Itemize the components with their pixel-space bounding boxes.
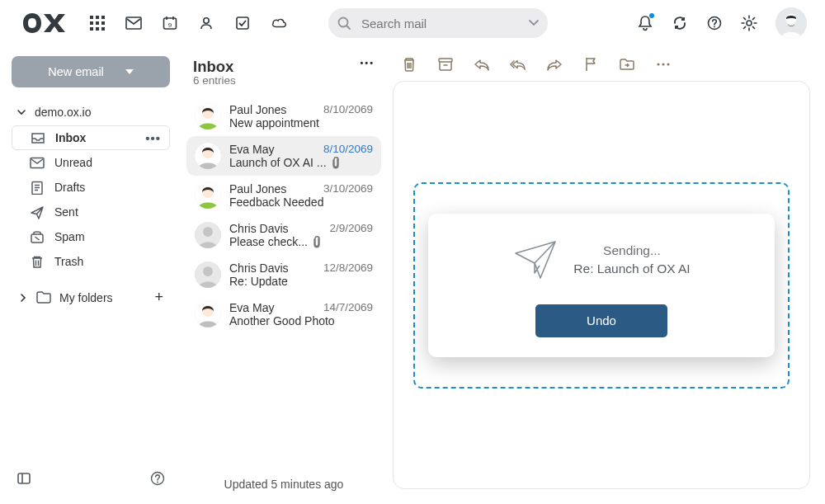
chevron-down-icon [16,107,26,117]
folder-sent[interactable]: Sent [12,200,170,224]
folder-label: Trash [54,255,83,268]
flag-icon[interactable] [582,56,599,73]
svg-rect-15 [237,17,248,29]
inbox-icon [31,130,45,145]
search-bar[interactable] [328,8,548,38]
mail-sender: Eva May [229,301,274,314]
list-more-button[interactable]: ••• [360,58,375,68]
mail-item[interactable]: Eva May 14/7/2069 Another Good Photo [186,294,381,334]
folder-trash[interactable]: Trash [12,249,170,274]
mail-item[interactable]: Chris Davis 2/9/2069 Please check... [186,215,381,255]
mail-icon[interactable] [125,15,142,31]
forward-icon[interactable] [546,56,563,73]
help-icon[interactable] [706,15,723,31]
collapse-sidebar-icon[interactable] [16,471,31,486]
sending-card: Sending... Re: Launch of OX AI Undo [428,214,775,357]
avatar [195,182,221,209]
svg-point-16 [339,18,348,27]
svg-point-20 [747,21,752,26]
topbar: 9 [0,0,825,46]
mail-item[interactable]: Paul Jones 8/10/2069 New appointment [186,97,381,136]
attachment-icon [332,156,340,169]
my-folders-label: My folders [59,291,113,304]
new-email-button[interactable]: New email [12,56,170,87]
chevron-down-icon [125,69,134,74]
gear-icon[interactable] [741,15,757,31]
mail-item[interactable]: Paul Jones 3/10/2069 Feedback Needed [186,176,381,215]
trash-icon [30,254,45,269]
topnav: 9 [89,15,287,31]
account-header[interactable]: demo.ox.io [12,102,170,122]
mail-date: 8/10/2069 [323,103,373,116]
svg-rect-6 [90,27,93,31]
mail-sender: Paul Jones [229,103,286,116]
folder-drafts[interactable]: Drafts [12,175,170,200]
svg-line-17 [347,26,351,30]
sidebar: New email demo.ox.io Inbox ••• Unread Dr… [0,46,180,504]
send-icon [30,205,45,219]
my-folders-row[interactable]: My folders + [12,285,170,309]
more-icon[interactable] [655,56,672,73]
logo[interactable] [21,12,71,34]
folder-icon [36,291,51,304]
undo-button[interactable]: Undo [535,304,667,337]
search-input[interactable] [360,16,520,31]
folder-more-icon[interactable]: ••• [145,131,161,145]
account-label: demo.ox.io [35,106,91,119]
help-icon[interactable] [150,471,165,486]
svg-point-46 [662,63,664,65]
list-title: Inbox [193,58,236,76]
reply-icon[interactable] [474,56,490,73]
mail-subject: Launch of OX AI ... [229,156,327,169]
svg-point-19 [714,26,715,28]
delete-icon[interactable] [401,56,417,73]
user-avatar[interactable] [776,7,807,39]
svg-point-22 [786,14,797,25]
bell-icon[interactable] [637,15,653,31]
search-icon [337,16,351,31]
list-footer: Updated 5 minutes ago [186,468,381,504]
archive-icon[interactable] [437,56,454,73]
svg-rect-5 [101,21,105,25]
svg-point-47 [667,63,669,65]
mail-subject: Feedback Needed [229,195,323,209]
refresh-icon[interactable] [672,15,688,31]
notification-dot [649,13,654,18]
apps-icon[interactable] [89,15,106,31]
folder-unread[interactable]: Unread [12,150,170,175]
paper-plane-icon [512,238,559,281]
svg-rect-1 [96,16,99,19]
svg-point-14 [204,18,209,23]
attachment-icon [313,235,321,248]
mail-subject: New appointment [229,116,319,130]
add-folder-button[interactable]: + [154,289,163,306]
svg-point-36 [203,266,213,276]
mail-item[interactable]: Chris Davis 12/8/2069 Re: Update [186,255,381,294]
svg-point-45 [657,63,659,65]
mail-item[interactable]: Eva May 8/10/2069 Launch of OX AI ... [186,136,381,176]
svg-point-26 [157,482,158,483]
mail-date: 2/9/2069 [329,222,373,235]
folder-inbox[interactable]: Inbox ••• [12,125,170,150]
mail-icon [30,155,45,170]
spam-icon [30,229,45,244]
tasks-icon[interactable] [234,15,251,31]
reply-all-icon[interactable] [510,56,526,73]
mail-sender: Paul Jones [229,182,286,195]
move-icon[interactable] [619,56,635,73]
svg-rect-3 [90,21,93,25]
contacts-icon[interactable] [198,15,214,31]
list-subtitle: 6 entries [193,74,236,87]
chevron-down-icon[interactable] [528,19,540,27]
svg-point-34 [203,227,213,237]
svg-rect-7 [96,27,99,31]
cloud-icon[interactable] [271,15,287,31]
rightnav [637,7,807,39]
folder-spam[interactable]: Spam [12,224,170,249]
folder-label: Unread [54,156,92,169]
avatar [195,222,221,248]
sending-subject: Re: Launch of OX AI [573,260,690,278]
avatar [195,143,221,169]
mail-date: 14/7/2069 [323,301,373,314]
calendar-icon[interactable]: 9 [162,15,178,31]
